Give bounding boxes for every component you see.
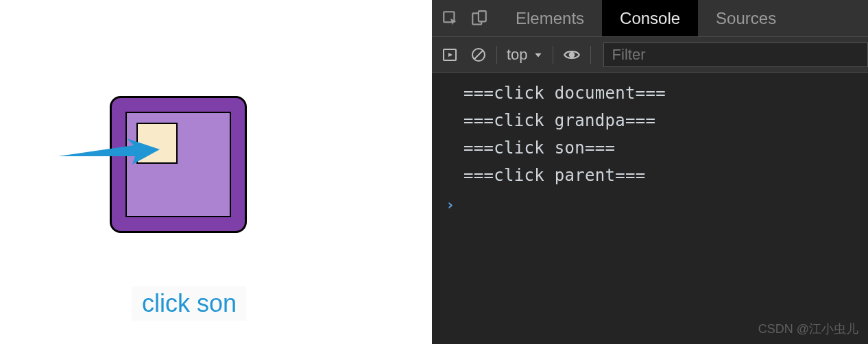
device-toggle-icon[interactable] <box>470 10 488 27</box>
clear-console-icon[interactable] <box>470 47 487 63</box>
tab-sources[interactable]: Sources <box>698 0 794 36</box>
demo-caption: click son <box>132 286 246 321</box>
toolbar-divider <box>553 46 553 64</box>
watermark: CSDN @江小虫儿 <box>758 321 858 337</box>
console-line: ===click son=== <box>432 134 868 162</box>
console-output: ===click document=== ===click grandpa===… <box>432 73 868 344</box>
parent-box[interactable] <box>125 112 231 217</box>
chevron-down-icon <box>533 50 543 60</box>
svg-point-9 <box>569 52 574 57</box>
devtools-panel: Elements Console Sources top <box>432 0 868 344</box>
svg-line-7 <box>474 51 483 59</box>
toolbar-divider <box>590 46 591 64</box>
tab-elements[interactable]: Elements <box>498 0 602 36</box>
son-box[interactable] <box>136 123 178 164</box>
svg-marker-5 <box>448 53 453 57</box>
sidebar-toggle-icon[interactable] <box>442 47 458 63</box>
eye-icon[interactable] <box>563 46 581 64</box>
svg-rect-3 <box>479 11 486 21</box>
nested-boxes <box>110 96 247 233</box>
grandpa-box[interactable] <box>110 96 247 233</box>
devtools-tabs: Elements Console Sources <box>432 0 868 37</box>
context-selector[interactable]: top <box>507 46 543 64</box>
console-prompt[interactable]: › <box>432 189 868 220</box>
inspect-icon[interactable] <box>442 10 459 27</box>
console-toolbar: top <box>432 37 868 73</box>
context-label: top <box>507 46 528 64</box>
console-line: ===click parent=== <box>432 162 868 189</box>
toolbar-divider <box>496 46 497 64</box>
console-line: ===click grandpa=== <box>432 107 868 134</box>
filter-input[interactable] <box>603 42 868 67</box>
console-line: ===click document=== <box>432 79 868 107</box>
svg-marker-8 <box>535 53 541 57</box>
demo-panel: click son <box>0 0 432 344</box>
tab-console[interactable]: Console <box>602 0 698 36</box>
